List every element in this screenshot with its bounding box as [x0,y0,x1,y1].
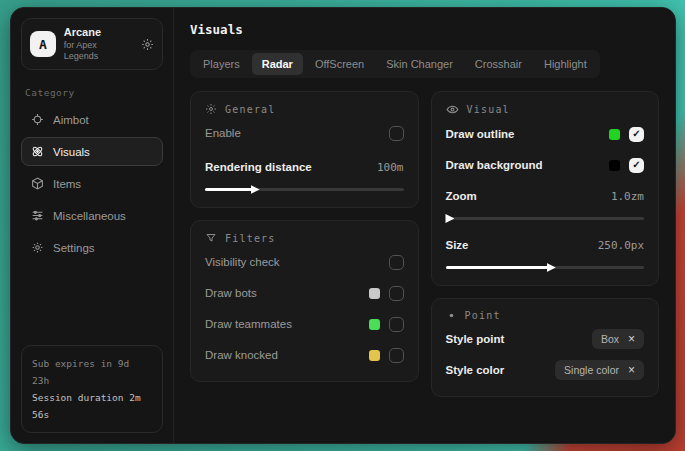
visibility-check-label: Visibility check [205,256,280,268]
draw-background-checkbox[interactable]: ✓ [629,158,644,173]
draw-knocked-color-swatch[interactable] [369,350,380,361]
slider-thumb[interactable] [445,214,454,223]
enable-checkbox[interactable] [389,126,404,141]
general-card: General Enable Rendering distance 100m [190,91,419,208]
crosshair-icon [31,113,44,126]
point-card: Point Style point Box × Style color [431,298,660,397]
rendering-distance-row: Rendering distance 100m [205,154,404,180]
tab-radar[interactable]: Radar [252,53,303,75]
draw-knocked-label: Draw knocked [205,349,278,361]
gear-icon [31,241,44,254]
sliders-icon [31,209,44,222]
style-color-row: Style color Single color × [446,357,645,383]
app-logo: A [30,31,56,57]
draw-knocked-checkbox[interactable] [389,348,404,363]
rendering-distance-slider[interactable] [205,184,404,194]
zoom-row: Zoom 1.0zm [446,183,645,209]
app-subtitle: for Apex Legends [64,40,133,63]
size-row: Size 250.0px [446,232,645,258]
zoom-label: Zoom [446,190,477,202]
enable-label: Enable [205,127,241,139]
sidebar-item-settings[interactable]: Settings [21,233,163,262]
style-color-selected-value: Single color [564,364,619,376]
draw-background-row: Draw background ✓ [446,152,645,178]
atom-icon [31,145,44,158]
funnel-icon [205,232,217,244]
point-card-title: Point [465,310,501,321]
visual-card: Visual Draw outline ✓ Draw background ✓ [431,91,660,286]
sidebar-item-label: Miscellaneous [53,210,126,222]
category-label: Category [25,87,159,98]
sidebar-item-aimbot[interactable]: Aimbot [21,105,163,134]
visual-card-title: Visual [467,104,510,115]
style-point-label: Style point [446,333,505,345]
tab-players[interactable]: Players [193,53,250,75]
tab-offscreen[interactable]: OffScreen [305,53,374,75]
sidebar-item-items[interactable]: Items [21,169,163,198]
draw-bots-row: Draw bots [205,280,404,306]
draw-bots-color-swatch[interactable] [369,288,380,299]
visibility-check-row: Visibility check [205,249,404,275]
draw-teammates-label: Draw teammates [205,318,292,330]
size-value: 250.0px [598,239,644,252]
draw-bots-label: Draw bots [205,287,257,299]
slider-thumb[interactable] [251,185,260,194]
main-panel: Visuals Players Radar OffScreen Skin Cha… [174,8,675,443]
settings-gear-icon[interactable] [141,38,154,51]
eye-icon [446,103,459,116]
sidebar-item-label: Items [53,178,81,190]
sidebar: A Arcane for Apex Legends Category Aimbo… [11,8,174,443]
zoom-slider[interactable] [446,213,645,223]
draw-outline-row: Draw outline ✓ [446,121,645,147]
app-header: A Arcane for Apex Legends [21,18,163,70]
size-slider[interactable] [446,262,645,272]
settings-grid: General Enable Rendering distance 100m [190,91,659,397]
general-icon [205,103,217,115]
style-point-select[interactable]: Box × [592,329,644,349]
filters-card-title: Filters [225,233,276,244]
draw-outline-color-swatch[interactable] [609,129,620,140]
size-label: Size [446,239,469,251]
style-color-select[interactable]: Single color × [555,360,644,380]
tab-crosshair[interactable]: Crosshair [465,53,532,75]
filters-card: Filters Visibility check Draw bots [190,220,419,382]
enable-row: Enable [205,120,404,146]
sub-expires-text: Sub expires in 9d 23h [32,355,152,389]
subscription-status: Sub expires in 9d 23h Session duration 2… [21,345,163,433]
point-icon [446,310,457,321]
sidebar-item-label: Visuals [53,146,90,158]
draw-teammates-row: Draw teammates [205,311,404,337]
rendering-distance-value: 100m [377,161,404,174]
app-name: Arcane [64,26,133,40]
general-card-title: General [225,104,276,115]
session-duration-text: Session duration 2m 56s [32,389,152,423]
app-window: A Arcane for Apex Legends Category Aimbo… [10,7,676,444]
clear-icon[interactable]: × [628,364,635,376]
slider-thumb[interactable] [547,263,556,272]
sidebar-item-label: Aimbot [53,114,89,126]
draw-outline-label: Draw outline [446,128,515,140]
box-icon [31,177,44,190]
tab-bar: Players Radar OffScreen Skin Changer Cro… [190,50,600,78]
draw-teammates-checkbox[interactable] [389,317,404,332]
page-title: Visuals [190,22,659,37]
draw-background-label: Draw background [446,159,543,171]
style-point-selected-value: Box [601,333,619,345]
sidebar-item-visuals[interactable]: Visuals [21,137,163,166]
zoom-value: 1.0zm [611,190,644,203]
sidebar-item-label: Settings [53,242,95,254]
clear-icon[interactable]: × [628,333,635,345]
style-color-label: Style color [446,364,505,376]
draw-bots-checkbox[interactable] [389,286,404,301]
draw-outline-checkbox[interactable]: ✓ [629,127,644,142]
draw-knocked-row: Draw knocked [205,342,404,368]
draw-teammates-color-swatch[interactable] [369,319,380,330]
style-point-row: Style point Box × [446,326,645,352]
tab-skin-changer[interactable]: Skin Changer [376,53,463,75]
sidebar-item-miscellaneous[interactable]: Miscellaneous [21,201,163,230]
tab-highlight[interactable]: Highlight [534,53,597,75]
draw-background-color-swatch[interactable] [609,160,620,171]
rendering-distance-label: Rendering distance [205,161,312,173]
visibility-check-checkbox[interactable] [389,255,404,270]
